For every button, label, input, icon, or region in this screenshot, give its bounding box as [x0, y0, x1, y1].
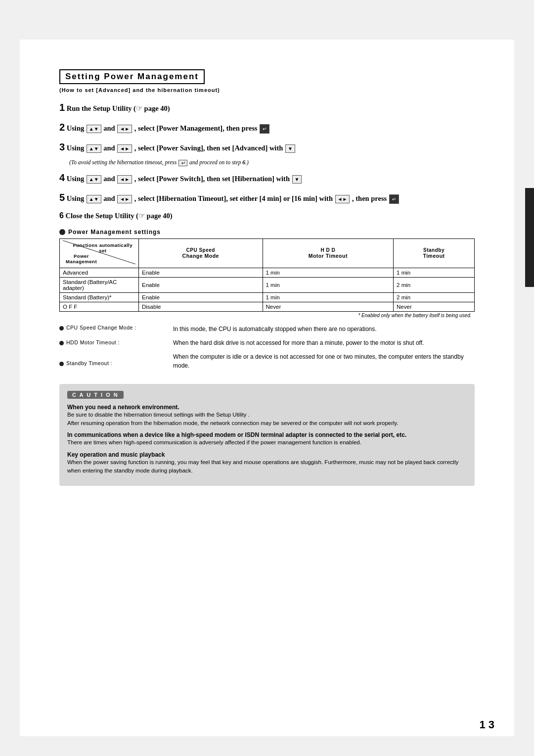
desc-item-cpu: CPU Speed Change Mode :: [59, 325, 163, 331]
caution-item-1-body: Be sure to disable the hibernation timeo…: [67, 411, 467, 428]
up-down-key-icon-4: ▲▼: [87, 175, 101, 184]
desc-text-standby: When the computer is idle or a device is…: [173, 352, 475, 370]
table-header-cpu: CPU Speed Change Mode: [139, 238, 263, 268]
diag-bottom-left: PowerManagement: [66, 253, 97, 264]
row-label-advanced: Advanced: [60, 268, 139, 277]
content-area: Setting Power Management (How to set [Ad…: [20, 40, 514, 736]
cpu-header-top: CPU Speed: [142, 247, 260, 253]
caution-item-3: Key operation and music playback When th…: [67, 451, 467, 475]
row-label-std-bat-ac: Standard (Battery/AC adapter): [60, 277, 139, 292]
caution-item-1-header: When you need a network environment.: [67, 404, 467, 411]
up-down-key-icon-3: ▲▼: [87, 144, 101, 153]
table-row: Advanced Enable 1 min 1 min: [60, 268, 475, 277]
desc-labels: CPU Speed Change Mode : HDD Motor Timeou…: [59, 325, 163, 375]
set-key-icon-4: ▼: [292, 175, 302, 184]
row-cpu-std-bat: Enable: [139, 292, 263, 302]
table-row: Standard (Battery)* Enable 1 min 2 min: [60, 292, 475, 302]
desc-item-standby: Standby Timeout :: [59, 360, 163, 366]
row-cpu-std-bat-ac: Enable: [139, 277, 263, 292]
desc-label-standby: Standby Timeout :: [66, 360, 112, 366]
bullet-standby: [59, 362, 64, 366]
step-6: 6 Close the Setup Utility (☞ page 40): [59, 210, 475, 222]
bullet-circle: [59, 229, 65, 235]
table-header-standby: Standby Timeout: [394, 238, 475, 268]
step-6-ref-symbol: ☞: [138, 212, 145, 220]
table-header-hdd: H D D Motor Timeout: [263, 238, 394, 268]
step-number-6: 6: [59, 211, 64, 220]
set-key-icon-5: ◄►: [335, 195, 350, 203]
up-down-key-icon-5: ▲▼: [87, 195, 101, 203]
caution-item-2: In communications when a device like a h…: [67, 431, 467, 447]
row-hdd-std-bat: 1 min: [263, 292, 394, 302]
caution-item-2-header: In communications when a device like a h…: [67, 431, 467, 438]
row-label-off: O F F: [60, 302, 139, 311]
cpu-header-bottom: Change Mode: [142, 253, 260, 259]
desc-texts: In this mode, the CPU is automatically s…: [173, 325, 475, 375]
step-1: 1 Run the Setup Utility (☞ page 40): [59, 100, 475, 115]
pm-settings-header: Power Management settings: [59, 229, 475, 236]
step-number-1: 1: [59, 102, 65, 113]
step-number-3: 3: [59, 142, 65, 152]
caution-item-3-body: When the power saving function is runnin…: [67, 458, 467, 475]
left-right-key-icon-5: ◄►: [117, 195, 132, 203]
description-section: CPU Speed Change Mode : HDD Motor Timeou…: [59, 325, 475, 375]
row-hdd-std-bat-ac: 1 min: [263, 277, 394, 292]
step-number-4: 4: [59, 172, 65, 183]
hdd-header-top: H D D: [266, 247, 391, 253]
section-title: Setting Power Management: [59, 69, 205, 84]
table-row: Standard (Battery/AC adapter) Enable 1 m…: [60, 277, 475, 292]
step-1-text: Run the Setup Utility (: [67, 104, 136, 112]
caution-item-3-header: Key operation and music playback: [67, 451, 467, 458]
desc-label-cpu: CPU Speed Change Mode :: [66, 325, 136, 331]
step-number-5: 5: [59, 192, 65, 203]
hdd-header-bottom: Motor Timeout: [266, 253, 391, 259]
enter-icon-5: ↵: [389, 194, 399, 204]
subtitle: (How to set [Advanced] and the hibernati…: [59, 87, 475, 93]
caution-box: C A U T I O N When you need a network en…: [59, 384, 475, 486]
right-tab: [525, 188, 534, 287]
pm-table: Functions automaticallyset PowerManageme…: [59, 238, 475, 320]
step-1-ref-symbol: ☞: [136, 104, 142, 112]
left-right-key-icon-4: ◄►: [117, 175, 132, 184]
row-cpu-off: Disable: [139, 302, 263, 311]
up-down-key-icon: ▲▼: [87, 125, 101, 133]
row-label-std-bat: Standard (Battery)*: [60, 292, 139, 302]
caution-item-2-body: There are times when high-speed communic…: [67, 438, 467, 447]
desc-item-hdd: HDD Motor Timeout :: [59, 339, 163, 345]
standby-header-bottom: Timeout: [397, 253, 471, 259]
table-footnote: * Enabled only when the battery itself i…: [60, 311, 475, 320]
row-standby-std-bat: 2 min: [394, 292, 475, 302]
step-4: 4 Using ▲▼ and ◄► , select [Power Switch…: [59, 170, 475, 185]
row-hdd-advanced: 1 min: [263, 268, 394, 277]
set-key-icon-3: ▼: [285, 144, 295, 153]
step-number-2: 2: [59, 122, 65, 133]
diag-top-right: Functions automaticallyset: [73, 242, 133, 253]
left-right-key-icon-3: ◄►: [117, 144, 132, 153]
enter-icon: ↵: [260, 124, 269, 134]
desc-label-hdd: HDD Motor Timeout :: [66, 339, 120, 345]
row-standby-off: Never: [394, 302, 475, 311]
table-row: O F F Disable Never Never: [60, 302, 475, 311]
caution-item-1: When you need a network environment. Be …: [67, 404, 467, 428]
pm-settings-label: Power Management settings: [68, 229, 161, 236]
desc-text-hdd: When the hard disk drive is not accessed…: [173, 338, 475, 347]
desc-text-cpu: In this mode, the CPU is automatically s…: [173, 325, 475, 333]
page-number: 1 3: [479, 718, 494, 731]
bullet-cpu: [59, 326, 64, 331]
step-3-note: (To avoid setting the hibernation timeou…: [69, 159, 475, 166]
standby-header-top: Standby: [397, 247, 471, 253]
row-standby-advanced: 1 min: [394, 268, 475, 277]
skip-key-icon: ↵: [178, 160, 187, 166]
caution-label: C A U T I O N: [67, 391, 124, 399]
table-footnote-row: * Enabled only when the battery itself i…: [60, 311, 475, 320]
table-header-diagonal: Functions automaticallyset PowerManageme…: [60, 238, 139, 268]
step-3: 3 Using ▲▼ and ◄► , select [Power Saving…: [59, 140, 475, 154]
left-right-key-icon: ◄►: [117, 125, 132, 133]
row-standby-std-bat-ac: 2 min: [394, 277, 475, 292]
row-hdd-off: Never: [263, 302, 394, 311]
step-5: 5 Using ▲▼ and ◄► , select [Hibernation …: [59, 190, 475, 205]
bullet-hdd: [59, 341, 64, 345]
step-2: 2 Using ▲▼ and ◄► , select [Power Manage…: [59, 120, 475, 135]
row-cpu-advanced: Enable: [139, 268, 263, 277]
